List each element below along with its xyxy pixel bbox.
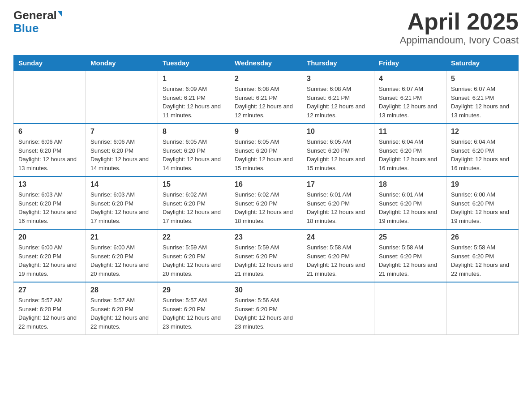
day-number: 22 [163, 233, 225, 241]
day-info: Sunrise: 6:08 AMSunset: 6:21 PMDaylight:… [307, 85, 369, 120]
day-number: 14 [90, 180, 153, 188]
day-number: 4 [379, 75, 442, 83]
day-number: 8 [163, 128, 225, 136]
day-info: Sunrise: 6:09 AMSunset: 6:21 PMDaylight:… [163, 85, 225, 120]
page-header: General Blue April 2025 Appimandoum, Ivo… [13, 9, 519, 46]
column-header-wednesday: Wednesday [230, 56, 302, 71]
day-number: 29 [163, 286, 225, 294]
page-title: April 2025 [400, 9, 519, 34]
calendar-week-row: 1Sunrise: 6:09 AMSunset: 6:21 PMDaylight… [14, 71, 519, 124]
day-number: 28 [90, 286, 153, 294]
day-info: Sunrise: 5:58 AMSunset: 6:20 PMDaylight:… [379, 243, 442, 278]
column-header-thursday: Thursday [302, 56, 374, 71]
logo: General Blue [13, 9, 62, 34]
day-info: Sunrise: 6:05 AMSunset: 6:20 PMDaylight:… [163, 137, 225, 172]
day-number: 26 [451, 233, 514, 241]
calendar-cell: 21Sunrise: 6:00 AMSunset: 6:20 PMDayligh… [86, 229, 158, 282]
day-number: 1 [163, 75, 225, 83]
calendar-cell: 12Sunrise: 6:04 AMSunset: 6:20 PMDayligh… [446, 124, 519, 176]
day-info: Sunrise: 6:08 AMSunset: 6:21 PMDaylight:… [235, 85, 297, 120]
calendar-cell: 1Sunrise: 6:09 AMSunset: 6:21 PMDaylight… [158, 71, 230, 124]
calendar-week-row: 20Sunrise: 6:00 AMSunset: 6:20 PMDayligh… [14, 229, 519, 282]
calendar-cell: 7Sunrise: 6:06 AMSunset: 6:20 PMDaylight… [86, 124, 158, 176]
calendar-cell [446, 282, 519, 335]
calendar-week-row: 6Sunrise: 6:06 AMSunset: 6:20 PMDaylight… [14, 124, 519, 176]
column-header-tuesday: Tuesday [158, 56, 230, 71]
calendar-cell: 26Sunrise: 5:58 AMSunset: 6:20 PMDayligh… [446, 229, 519, 282]
day-info: Sunrise: 6:06 AMSunset: 6:20 PMDaylight:… [18, 137, 81, 172]
day-info: Sunrise: 6:00 AMSunset: 6:20 PMDaylight:… [90, 243, 153, 278]
day-number: 11 [379, 128, 442, 136]
day-info: Sunrise: 6:06 AMSunset: 6:20 PMDaylight:… [90, 137, 153, 172]
day-number: 10 [307, 128, 369, 136]
day-info: Sunrise: 6:04 AMSunset: 6:20 PMDaylight:… [379, 137, 442, 172]
calendar-cell: 24Sunrise: 5:58 AMSunset: 6:20 PMDayligh… [302, 229, 374, 282]
column-header-monday: Monday [86, 56, 158, 71]
calendar-cell [374, 282, 446, 335]
day-number: 13 [18, 180, 81, 188]
calendar-cell: 30Sunrise: 5:56 AMSunset: 6:20 PMDayligh… [230, 282, 302, 335]
calendar-cell [86, 71, 158, 124]
calendar-cell: 22Sunrise: 5:59 AMSunset: 6:20 PMDayligh… [158, 229, 230, 282]
day-info: Sunrise: 6:07 AMSunset: 6:21 PMDaylight:… [451, 85, 514, 120]
day-info: Sunrise: 6:00 AMSunset: 6:20 PMDaylight:… [451, 190, 514, 225]
day-info: Sunrise: 6:02 AMSunset: 6:20 PMDaylight:… [235, 190, 297, 225]
day-number: 16 [235, 180, 297, 188]
logo-blue: Blue [13, 22, 39, 35]
calendar-cell: 6Sunrise: 6:06 AMSunset: 6:20 PMDaylight… [14, 124, 86, 176]
day-number: 30 [235, 286, 297, 294]
calendar-cell: 5Sunrise: 6:07 AMSunset: 6:21 PMDaylight… [446, 71, 519, 124]
day-number: 19 [451, 180, 514, 188]
calendar-week-row: 13Sunrise: 6:03 AMSunset: 6:20 PMDayligh… [14, 176, 519, 229]
calendar-cell: 16Sunrise: 6:02 AMSunset: 6:20 PMDayligh… [230, 176, 302, 229]
day-info: Sunrise: 6:02 AMSunset: 6:20 PMDaylight:… [163, 190, 225, 225]
day-info: Sunrise: 6:04 AMSunset: 6:20 PMDaylight:… [451, 137, 514, 172]
calendar-cell: 13Sunrise: 6:03 AMSunset: 6:20 PMDayligh… [14, 176, 86, 229]
calendar-header-row: SundayMondayTuesdayWednesdayThursdayFrid… [14, 56, 519, 71]
day-number: 25 [379, 233, 442, 241]
column-header-sunday: Sunday [14, 56, 86, 71]
day-info: Sunrise: 5:57 AMSunset: 6:20 PMDaylight:… [163, 296, 225, 331]
calendar-cell: 11Sunrise: 6:04 AMSunset: 6:20 PMDayligh… [374, 124, 446, 176]
column-header-saturday: Saturday [446, 56, 519, 71]
calendar-table: SundayMondayTuesdayWednesdayThursdayFrid… [13, 55, 519, 335]
calendar-cell: 19Sunrise: 6:00 AMSunset: 6:20 PMDayligh… [446, 176, 519, 229]
calendar-cell: 14Sunrise: 6:03 AMSunset: 6:20 PMDayligh… [86, 176, 158, 229]
calendar-cell: 27Sunrise: 5:57 AMSunset: 6:20 PMDayligh… [14, 282, 86, 335]
logo-general: General [13, 9, 57, 22]
day-info: Sunrise: 5:57 AMSunset: 6:20 PMDaylight:… [90, 296, 153, 331]
logo-chevron-icon [58, 11, 62, 17]
title-block: April 2025 Appimandoum, Ivory Coast [400, 9, 519, 46]
calendar-cell: 2Sunrise: 6:08 AMSunset: 6:21 PMDaylight… [230, 71, 302, 124]
column-header-friday: Friday [374, 56, 446, 71]
day-number: 5 [451, 75, 514, 83]
day-info: Sunrise: 6:05 AMSunset: 6:20 PMDaylight:… [235, 137, 297, 172]
day-number: 20 [18, 233, 81, 241]
day-info: Sunrise: 6:05 AMSunset: 6:20 PMDaylight:… [307, 137, 369, 172]
day-number: 12 [451, 128, 514, 136]
calendar-cell [14, 71, 86, 124]
day-number: 7 [90, 128, 153, 136]
calendar-cell: 20Sunrise: 6:00 AMSunset: 6:20 PMDayligh… [14, 229, 86, 282]
day-info: Sunrise: 5:57 AMSunset: 6:20 PMDaylight:… [18, 296, 81, 331]
day-number: 9 [235, 128, 297, 136]
day-number: 2 [235, 75, 297, 83]
calendar-cell: 10Sunrise: 6:05 AMSunset: 6:20 PMDayligh… [302, 124, 374, 176]
calendar-cell: 18Sunrise: 6:01 AMSunset: 6:20 PMDayligh… [374, 176, 446, 229]
calendar-cell: 17Sunrise: 6:01 AMSunset: 6:20 PMDayligh… [302, 176, 374, 229]
calendar-cell: 23Sunrise: 5:59 AMSunset: 6:20 PMDayligh… [230, 229, 302, 282]
calendar-cell: 28Sunrise: 5:57 AMSunset: 6:20 PMDayligh… [86, 282, 158, 335]
day-number: 24 [307, 233, 369, 241]
calendar-cell: 29Sunrise: 5:57 AMSunset: 6:20 PMDayligh… [158, 282, 230, 335]
day-number: 3 [307, 75, 369, 83]
day-number: 17 [307, 180, 369, 188]
calendar-week-row: 27Sunrise: 5:57 AMSunset: 6:20 PMDayligh… [14, 282, 519, 335]
day-info: Sunrise: 5:59 AMSunset: 6:20 PMDaylight:… [235, 243, 297, 278]
calendar-cell: 3Sunrise: 6:08 AMSunset: 6:21 PMDaylight… [302, 71, 374, 124]
day-info: Sunrise: 5:58 AMSunset: 6:20 PMDaylight:… [307, 243, 369, 278]
day-number: 6 [18, 128, 81, 136]
calendar-cell: 15Sunrise: 6:02 AMSunset: 6:20 PMDayligh… [158, 176, 230, 229]
day-number: 18 [379, 180, 442, 188]
day-info: Sunrise: 6:00 AMSunset: 6:20 PMDaylight:… [18, 243, 81, 278]
calendar-cell: 4Sunrise: 6:07 AMSunset: 6:21 PMDaylight… [374, 71, 446, 124]
